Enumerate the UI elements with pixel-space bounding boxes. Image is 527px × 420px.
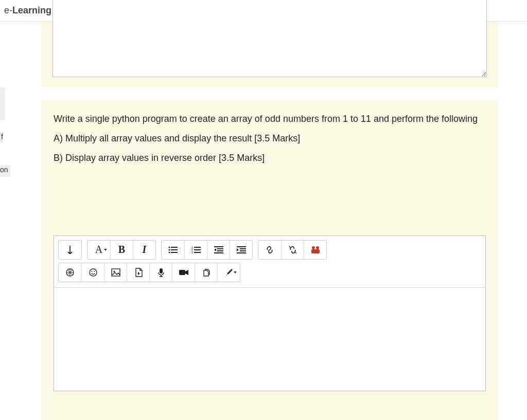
brush-button[interactable] bbox=[217, 263, 240, 282]
question-block: Write a single python program to create … bbox=[41, 100, 498, 420]
expand-icon bbox=[66, 246, 74, 254]
previous-answer-textarea[interactable] bbox=[52, 0, 487, 77]
image-button[interactable] bbox=[104, 263, 127, 282]
files-button[interactable] bbox=[195, 263, 217, 282]
list-ul-icon bbox=[168, 246, 178, 253]
toolbar-toggle-button[interactable] bbox=[59, 241, 81, 259]
svg-rect-9 bbox=[194, 249, 201, 250]
outdent-button[interactable] bbox=[207, 241, 230, 259]
svg-rect-18 bbox=[240, 250, 246, 251]
sidebar-fragment-text: f bbox=[0, 133, 3, 143]
brush-icon bbox=[224, 268, 234, 277]
page-body: f on Write a single python program to cr… bbox=[0, 22, 527, 420]
svg-point-28 bbox=[113, 270, 115, 272]
svg-rect-29 bbox=[160, 268, 163, 273]
svg-rect-19 bbox=[237, 252, 246, 253]
svg-rect-17 bbox=[240, 248, 246, 249]
answer-editor-body[interactable] bbox=[54, 288, 485, 391]
unordered-list-button[interactable] bbox=[162, 241, 184, 259]
svg-rect-7 bbox=[194, 247, 201, 248]
question-intro: Write a single python program to create … bbox=[54, 112, 486, 126]
video-button[interactable] bbox=[172, 263, 195, 282]
indent-button[interactable] bbox=[230, 241, 252, 259]
microphone-icon bbox=[157, 268, 165, 277]
svg-point-24 bbox=[90, 269, 97, 276]
sidebar-fragment bbox=[0, 87, 5, 120]
svg-rect-16 bbox=[237, 246, 246, 247]
outdent-icon bbox=[214, 246, 223, 253]
svg-rect-3 bbox=[171, 249, 178, 250]
font-style-button[interactable]: A bbox=[87, 241, 110, 259]
brand-prefix: e- bbox=[4, 5, 12, 15]
svg-rect-14 bbox=[217, 250, 223, 251]
ordered-list-button[interactable]: 123 bbox=[184, 241, 207, 259]
list-ol-icon: 123 bbox=[191, 246, 201, 253]
svg-rect-30 bbox=[179, 270, 185, 275]
svg-rect-13 bbox=[217, 248, 223, 249]
indent-icon bbox=[237, 246, 246, 253]
svg-point-20 bbox=[312, 246, 315, 249]
svg-rect-5 bbox=[171, 252, 178, 253]
svg-point-26 bbox=[94, 271, 95, 272]
editor-toolbar: A B I 123 bbox=[54, 236, 485, 288]
link-button[interactable] bbox=[258, 241, 281, 259]
font-icon: A bbox=[95, 244, 102, 255]
emoji-button[interactable] bbox=[81, 263, 104, 282]
bold-icon: B bbox=[118, 244, 125, 255]
previous-question-block bbox=[41, 22, 498, 87]
italic-icon: I bbox=[143, 244, 147, 255]
svg-point-2 bbox=[169, 249, 170, 250]
question-text: Write a single python program to create … bbox=[54, 112, 486, 166]
italic-button[interactable]: I bbox=[133, 241, 155, 259]
teams-button[interactable] bbox=[304, 241, 326, 259]
unlink-icon bbox=[288, 245, 297, 254]
svg-point-0 bbox=[169, 246, 170, 248]
microphone-button[interactable] bbox=[149, 263, 172, 282]
question-part-a: A) Multiply all array values and display… bbox=[54, 132, 486, 146]
media-icon bbox=[134, 268, 143, 277]
svg-rect-11 bbox=[194, 252, 201, 253]
svg-rect-1 bbox=[171, 247, 178, 248]
media-button[interactable] bbox=[127, 263, 149, 282]
unlink-button[interactable] bbox=[281, 241, 304, 259]
link-icon bbox=[265, 245, 274, 254]
question-part-b: B) Display array values in reverse order… bbox=[54, 151, 486, 166]
video-icon bbox=[179, 269, 189, 276]
teams-icon bbox=[310, 245, 321, 254]
equation-button[interactable] bbox=[59, 263, 81, 282]
emoji-icon bbox=[89, 268, 98, 277]
svg-rect-27 bbox=[112, 269, 120, 276]
files-icon bbox=[202, 268, 211, 277]
svg-point-4 bbox=[169, 251, 170, 253]
svg-rect-15 bbox=[214, 252, 223, 253]
bold-button[interactable]: B bbox=[110, 241, 133, 259]
svg-rect-22 bbox=[311, 249, 320, 253]
rich-text-editor: A B I 123 bbox=[54, 235, 486, 391]
image-icon bbox=[111, 268, 120, 277]
svg-point-21 bbox=[316, 246, 319, 249]
svg-point-25 bbox=[91, 271, 92, 272]
svg-text:3: 3 bbox=[191, 251, 193, 253]
svg-rect-12 bbox=[214, 246, 223, 247]
sidebar-fragment-text: on bbox=[0, 166, 10, 177]
equation-icon bbox=[65, 268, 75, 277]
